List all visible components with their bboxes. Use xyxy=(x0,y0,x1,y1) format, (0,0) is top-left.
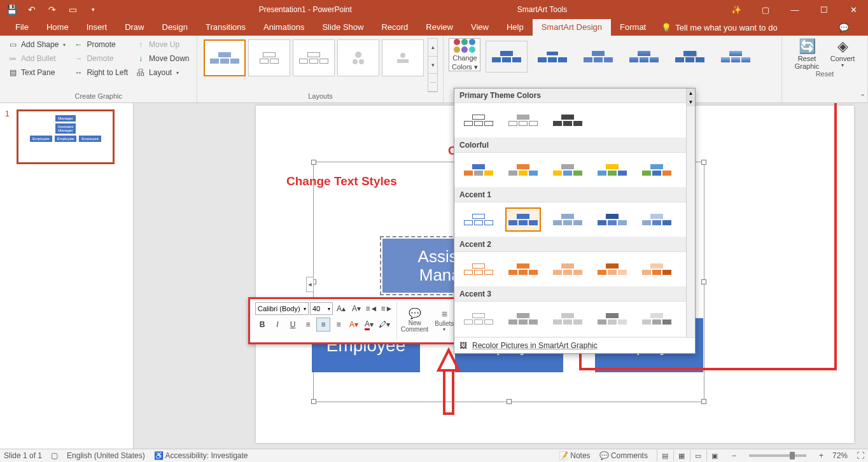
scroll-up-icon[interactable]: ▲ xyxy=(687,88,695,97)
slideshow-view-icon[interactable]: ▣ xyxy=(706,450,723,461)
align-right-icon[interactable]: ≡ xyxy=(332,318,346,332)
color-option-accent1-5[interactable] xyxy=(639,207,675,232)
color-option-accent3-3[interactable] xyxy=(550,307,585,331)
tab-record[interactable]: Record xyxy=(372,19,417,36)
comments-pane-icon[interactable]: 💬 xyxy=(839,23,849,32)
decrease-font-icon[interactable]: A▾ xyxy=(349,302,363,316)
tab-slideshow[interactable]: Slide Show xyxy=(313,19,372,36)
color-option-accent2-2[interactable] xyxy=(505,257,541,281)
layout-option-3[interactable] xyxy=(293,39,335,76)
ribbon-display-icon[interactable]: ▢ xyxy=(751,0,780,19)
style-option-4[interactable] xyxy=(623,41,665,73)
tab-draw[interactable]: Draw xyxy=(116,19,153,36)
bold-button[interactable]: B xyxy=(255,318,269,332)
notes-button[interactable]: 📝 Notes xyxy=(559,451,591,460)
color-option-accent2-5[interactable] xyxy=(639,257,675,281)
resize-handle[interactable] xyxy=(701,399,706,404)
style-option-5[interactable] xyxy=(669,41,711,73)
fit-to-window-icon[interactable]: ⛶ xyxy=(857,451,864,460)
color-option-accent1-2[interactable] xyxy=(505,207,541,232)
color-option-accent1-1[interactable] xyxy=(461,207,496,232)
qat-dropdown-icon[interactable]: ▾ xyxy=(84,2,102,17)
zoom-out-icon[interactable]: − xyxy=(732,451,736,460)
start-from-beginning-icon[interactable]: ▭ xyxy=(64,2,81,17)
style-option-3[interactable] xyxy=(577,41,619,73)
color-option-colorful-2[interactable] xyxy=(505,158,541,182)
change-colors-button[interactable]: Change Colors ▾ xyxy=(449,38,480,71)
maximize-button[interactable]: ☐ xyxy=(809,0,839,19)
accessibility-status[interactable]: ♿ Accessibility: Investigate xyxy=(154,451,248,460)
text-pane-button[interactable]: ▤Text Pane xyxy=(5,66,68,79)
align-center-icon[interactable]: ≡ xyxy=(316,318,330,332)
layout-option-5[interactable] xyxy=(382,39,424,76)
undo-icon[interactable]: ↶ xyxy=(23,2,41,17)
align-left-icon[interactable]: ≡ xyxy=(301,318,315,332)
tab-home[interactable]: Home xyxy=(38,19,78,36)
resize-handle[interactable] xyxy=(311,399,316,404)
promote-button[interactable]: ←Promote xyxy=(71,38,130,51)
minimize-button[interactable]: — xyxy=(780,0,809,19)
slide-thumbnail-1[interactable]: Manager Assistant Manager Employee Emplo… xyxy=(17,109,115,164)
right-to-left-button[interactable]: ↔Right to Left xyxy=(71,66,130,79)
magic-icon[interactable]: ✨ xyxy=(722,0,751,19)
recolor-pictures-button[interactable]: 🖼 Recolor Pictures in SmartArt Graphic xyxy=(454,337,695,353)
slide-thumbnail-panel[interactable]: 1 Manager Assistant Manager Employee Emp… xyxy=(0,103,134,449)
color-option-primary-1[interactable] xyxy=(461,108,496,132)
tab-file[interactable]: File xyxy=(6,19,38,36)
decrease-indent-icon[interactable]: ≡◄ xyxy=(365,302,379,316)
layout-option-4[interactable] xyxy=(337,39,379,76)
text-pane-toggle-icon[interactable]: ◄ xyxy=(306,277,314,292)
styles-gallery[interactable] xyxy=(483,38,759,75)
resize-handle[interactable] xyxy=(311,160,316,165)
sorter-view-icon[interactable]: ▦ xyxy=(673,450,690,461)
add-shape-button[interactable]: ▭Add Shape xyxy=(5,38,68,51)
text-effects-icon[interactable]: A▾ xyxy=(347,318,361,332)
save-icon[interactable]: 💾 xyxy=(3,2,20,17)
reset-graphic-button[interactable]: 🔄Reset Graphic xyxy=(791,38,823,70)
color-option-colorful-1[interactable] xyxy=(461,158,496,182)
color-option-accent3-5[interactable] xyxy=(639,307,675,331)
color-option-accent2-4[interactable] xyxy=(594,257,630,281)
tab-help[interactable]: Help xyxy=(498,19,533,36)
color-option-accent1-4[interactable] xyxy=(594,207,630,232)
gallery-scrollbar[interactable]: ▲ ▼ xyxy=(686,88,695,338)
color-option-accent2-3[interactable] xyxy=(550,257,585,281)
move-down-button[interactable]: ↓Move Down xyxy=(133,52,192,65)
color-option-colorful-4[interactable] xyxy=(594,158,630,182)
comments-button[interactable]: 💬 Comments xyxy=(599,451,648,460)
layout-option-1[interactable] xyxy=(204,39,246,76)
increase-indent-icon[interactable]: ≡► xyxy=(380,302,394,316)
font-color-icon[interactable]: A▾ xyxy=(362,318,376,332)
slide-counter[interactable]: Slide 1 of 1 xyxy=(4,451,42,460)
bullets-button[interactable]: ≡Bullets▾ xyxy=(432,302,456,340)
color-option-accent2-1[interactable] xyxy=(461,257,496,281)
font-family-combo[interactable]: Calibri (Body)▾ xyxy=(255,302,309,315)
font-size-combo[interactable]: 40▾ xyxy=(310,302,333,315)
highlight-icon[interactable]: 🖍▾ xyxy=(377,318,391,332)
convert-button[interactable]: ◈Convert▾ xyxy=(827,38,858,70)
tab-insert[interactable]: Insert xyxy=(78,19,116,36)
increase-font-icon[interactable]: A▴ xyxy=(334,302,348,316)
resize-handle[interactable] xyxy=(701,160,706,165)
new-comment-button[interactable]: 💬New Comment xyxy=(398,302,431,340)
color-option-accent1-3[interactable] xyxy=(550,207,585,232)
tab-transitions[interactable]: Transitions xyxy=(197,19,255,36)
normal-view-icon[interactable]: ▤ xyxy=(657,450,673,461)
zoom-slider[interactable] xyxy=(749,454,806,457)
layout-option-2[interactable] xyxy=(248,39,290,76)
tab-review[interactable]: Review xyxy=(417,19,462,36)
reading-view-icon[interactable]: ▭ xyxy=(690,450,706,461)
tab-view[interactable]: View xyxy=(462,19,498,36)
scroll-down-icon[interactable]: ▼ xyxy=(687,97,695,106)
spell-check-icon[interactable]: ▢ xyxy=(51,451,58,460)
color-option-colorful-3[interactable] xyxy=(550,158,585,182)
color-option-primary-3[interactable] xyxy=(550,108,585,132)
collapse-ribbon-icon[interactable]: ⌃ xyxy=(860,93,865,101)
tell-me-search[interactable]: 💡 Tell me what you want to do 💬 xyxy=(655,20,868,36)
redo-icon[interactable]: ↷ xyxy=(43,2,61,17)
tab-animations[interactable]: Animations xyxy=(255,19,313,36)
close-button[interactable]: ✕ xyxy=(839,0,868,19)
zoom-level[interactable]: 72% xyxy=(832,451,848,460)
language-status[interactable]: English (United States) xyxy=(67,451,145,460)
zoom-in-icon[interactable]: + xyxy=(819,451,823,460)
